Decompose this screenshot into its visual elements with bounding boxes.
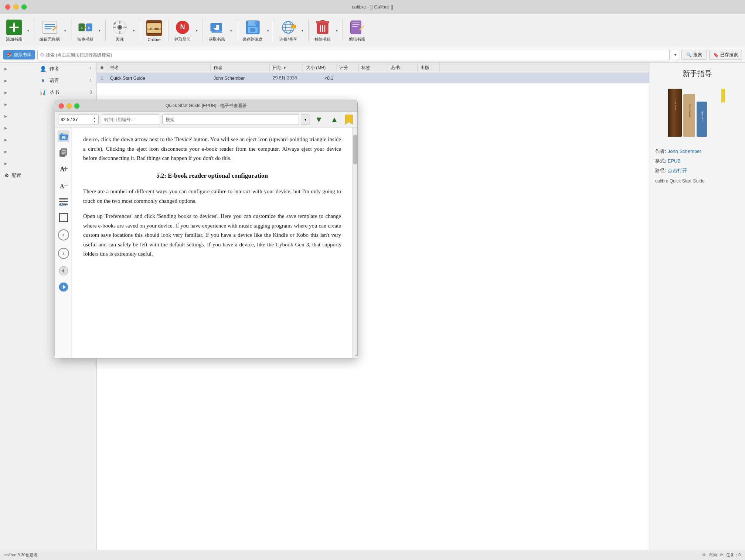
col-num-label: # <box>101 65 103 71</box>
col-header-rating[interactable]: 评分 <box>336 63 358 73</box>
sidebar-formats-expand-icon: ▶ <box>4 102 9 106</box>
news-button[interactable]: N 抓取新闻 <box>171 17 194 44</box>
epub-nav-library-svg <box>59 132 68 141</box>
save-button[interactable]: 保存到磁盘 <box>240 17 265 44</box>
epub-bookmark-button[interactable] <box>343 114 354 126</box>
page-step-up[interactable]: ▲ <box>93 116 96 120</box>
page-number-input[interactable]: 32.5 / 37 ▲ ▼ <box>58 115 99 125</box>
search-gear-icon[interactable]: ⚙ <box>40 52 44 58</box>
epub-increase-font-icon[interactable]: A <box>58 163 69 175</box>
read-button[interactable]: 阅读 <box>109 17 131 44</box>
get-books-dropdown-arrow[interactable]: ▾ <box>228 22 234 39</box>
edit-book-button[interactable]: 编辑书籍 <box>346 17 368 44</box>
remove-label: 移除书籍 <box>314 37 331 42</box>
remove-button[interactable]: 移除书籍 <box>312 17 334 44</box>
col-header-series[interactable]: 丛书 <box>388 63 418 73</box>
sidebar-series-label: 丛书 <box>50 89 59 96</box>
epub-minimize-button[interactable] <box>67 103 72 109</box>
page-step-down[interactable]: ▼ <box>93 120 96 123</box>
col-header-size[interactable]: 大小 (MB) <box>303 63 336 73</box>
cite-input[interactable] <box>101 115 160 125</box>
connect-dropdown-arrow[interactable]: ▾ <box>299 22 305 39</box>
epub-library-icon[interactable] <box>58 130 69 142</box>
search-btn-label: 搜索 <box>693 52 702 58</box>
svg-marker-67 <box>345 115 353 124</box>
svg-rect-54 <box>352 24 360 25</box>
searchbar: 📚 虚拟书库 ⚙ ▾ 🔍 搜索 🔖 已存搜索 <box>0 47 745 63</box>
minimize-button[interactable] <box>13 4 18 10</box>
nav-down-button[interactable]: ▼ <box>312 114 326 126</box>
search-input[interactable] <box>46 52 667 58</box>
add-book-label: 添加书籍 <box>6 37 22 42</box>
toolbar-sep-1 <box>34 20 34 42</box>
virtual-library-button[interactable]: 📚 虚拟书库 <box>3 50 35 59</box>
epub-next-page-button[interactable]: › <box>58 248 69 259</box>
col-header-author[interactable]: 作者 <box>211 63 270 73</box>
epub-search-input[interactable] <box>162 115 299 125</box>
edit-meta-button[interactable]: 编辑元数据 <box>37 17 62 44</box>
col-header-publisher[interactable]: 出版 <box>418 63 440 73</box>
cell-title: Quick Start Guide <box>107 76 211 81</box>
svg-text:Novel Guide: Novel Guide <box>688 104 691 117</box>
connect-label: 连接/共享 <box>279 37 297 42</box>
convert-button[interactable]: A B 转换书籍 <box>74 17 96 44</box>
epub-back-icon[interactable] <box>58 265 69 277</box>
sidebar-item-authors[interactable]: ▶ 👤 作者 1 <box>0 63 96 75</box>
col-header-tags[interactable]: 标签 <box>358 63 388 73</box>
epub-scroll-down-arrow[interactable]: ▾ <box>355 353 357 357</box>
svg-text:B: B <box>88 26 90 30</box>
epub-maximize-button[interactable] <box>74 103 79 109</box>
epub-scrollbar[interactable]: ▾ <box>352 127 357 358</box>
saved-search-button[interactable]: 🔖 已存搜索 <box>709 50 742 60</box>
tasks-icon: ⟳ <box>720 553 723 557</box>
epub-prev-page-button[interactable]: ‹ <box>58 229 69 240</box>
add-book-button[interactable]: 添加书籍 <box>3 17 25 44</box>
calibre-button[interactable]: CALIBRE CALIBRE Calibre <box>143 18 165 43</box>
table-row[interactable]: 1 Quick Start Guide John Schember 29 8月 … <box>97 73 649 83</box>
epub-search-dropdown-button[interactable]: ▾ <box>301 115 310 125</box>
search-dropdown-button[interactable]: ▾ <box>672 50 679 60</box>
edit-meta-dropdown-arrow[interactable]: ▾ <box>62 22 68 39</box>
save-dropdown-arrow[interactable]: ▾ <box>265 22 271 39</box>
epub-fullscreen-icon[interactable] <box>58 212 69 223</box>
svg-rect-38 <box>250 28 255 32</box>
sidebar-ratings-expand-icon: ▶ <box>4 126 9 130</box>
svg-text:N: N <box>180 23 185 31</box>
read-dropdown-arrow[interactable]: ▾ <box>131 22 137 39</box>
maximize-button[interactable] <box>21 4 27 10</box>
news-dropdown-arrow[interactable]: ▾ <box>194 22 200 39</box>
search-button[interactable]: 🔍 搜索 <box>681 50 707 60</box>
col-header-num[interactable]: # <box>97 63 107 73</box>
book-cover-area: CALIBRE Novel Guide Quick Start <box>655 83 739 142</box>
sidebar-authors-label: 作者 <box>50 65 59 72</box>
search-input-wrapper: ⚙ <box>37 50 670 60</box>
epub-copy-icon[interactable] <box>58 147 69 158</box>
col-rating-label: 评分 <box>339 65 348 71</box>
book-cover: CALIBRE Novel Guide Quick Start <box>664 83 731 142</box>
add-book-toolbar-group: 添加书籍 ▾ <box>3 17 31 44</box>
svg-rect-24 <box>123 27 126 28</box>
epub-decrease-font-icon[interactable]: A <box>58 179 69 191</box>
tasks-label: 任务：0 <box>726 552 741 558</box>
nav-up-button[interactable]: ▲ <box>328 114 341 126</box>
sidebar-item-languages[interactable]: ▶ A 语言 1 <box>0 75 96 86</box>
convert-dropdown-arrow[interactable]: ▾ <box>96 22 102 39</box>
svg-marker-88 <box>59 205 66 206</box>
connect-button[interactable]: ⚡ 连接/共享 <box>277 17 299 44</box>
format-value[interactable]: EPUB <box>668 156 681 166</box>
epub-forward-icon[interactable] <box>58 281 69 293</box>
add-book-dropdown-arrow[interactable]: ▾ <box>25 22 31 39</box>
epub-preferences-icon[interactable] <box>58 195 69 207</box>
epub-text-content: device, click the down arrow next to the… <box>72 127 352 358</box>
sidebar-item-series[interactable]: ▶ 📊 丛书 0 <box>0 86 96 98</box>
col-header-date[interactable]: 日期 ▼ <box>270 63 303 73</box>
path-value[interactable]: 点击打开 <box>668 166 687 175</box>
svg-text:⚡: ⚡ <box>292 25 296 28</box>
get-books-button[interactable]: 获取书籍 <box>206 17 228 44</box>
epub-close-button[interactable] <box>59 103 64 109</box>
epub-scroll-thumb[interactable] <box>353 135 357 164</box>
author-value[interactable]: John Schember <box>668 147 701 156</box>
close-button[interactable] <box>5 4 10 10</box>
remove-dropdown-arrow[interactable]: ▾ <box>334 22 340 39</box>
col-header-title[interactable]: 书名 <box>107 63 211 73</box>
